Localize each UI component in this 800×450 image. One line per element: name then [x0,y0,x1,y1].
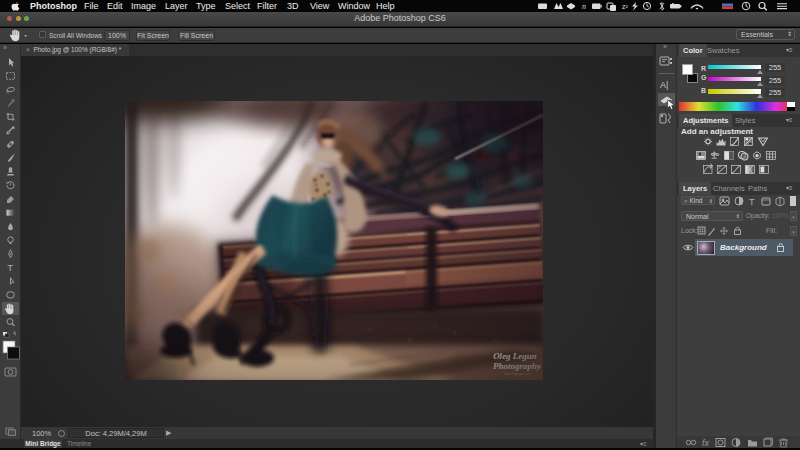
svg-text:T: T [749,197,755,207]
svg-text:n: n [582,2,586,11]
svg-text:T: T [7,262,13,273]
svg-text:fx: fx [702,438,710,448]
svg-text:z²: z² [622,3,629,10]
svg-text:A|: A| [660,80,668,90]
